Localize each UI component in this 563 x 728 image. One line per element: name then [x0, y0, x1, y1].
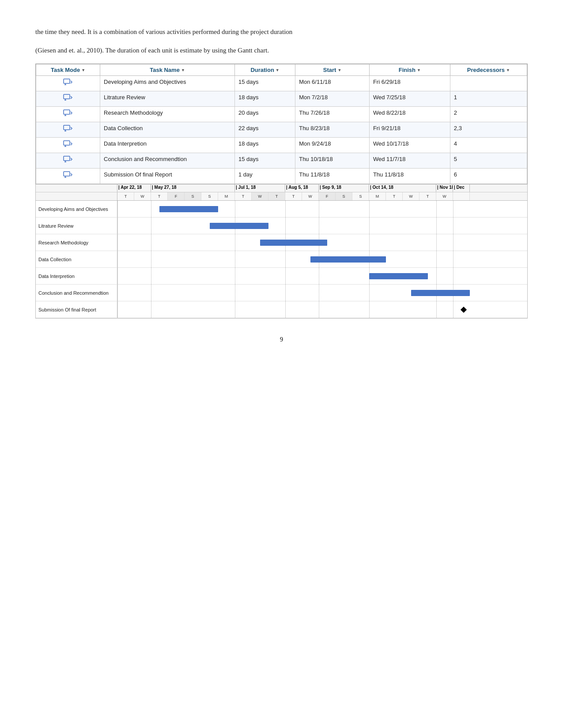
duration-cell: 20 days [234, 107, 295, 122]
gantt-day-cell: W [302, 192, 319, 200]
gantt-label-spacer [36, 184, 117, 192]
table-row: Data Interpretion 18 days Mon 9/24/18 We… [36, 138, 527, 153]
task-mode-dropdown-icon[interactable]: ▼ [81, 68, 85, 72]
gantt-vline [235, 268, 235, 284]
gantt-month-cell: | Jul 1, 18 [235, 184, 285, 192]
gantt-day-cell: S [352, 192, 369, 200]
duration-cell: 15 days [234, 76, 295, 91]
gantt-row: Conclusion and Recommendtion [36, 285, 527, 301]
intro-paragraph-2: (Giesen and et. al., 2010). The duration… [35, 45, 528, 56]
gantt-bar [260, 240, 327, 246]
gantt-bar-area [117, 201, 527, 217]
table-row: Developing Aims and Objectives 15 days M… [36, 76, 527, 91]
gantt-months-cells: | Apr 22, 18| May 27, 18| Jul 1, 18| Aug… [117, 184, 527, 192]
pred-dropdown-icon[interactable]: ▼ [506, 68, 510, 72]
gantt-day-cell: F [168, 192, 185, 200]
gantt-bar [210, 223, 268, 229]
gantt-day-cell [453, 192, 470, 200]
gantt-day-cell: T [268, 192, 285, 200]
gantt-bar-area [117, 234, 527, 251]
gantt-rows-area: Developing Aims and ObjectivesLitrature … [36, 201, 527, 318]
gantt-vline [151, 234, 151, 251]
start-dropdown-icon[interactable]: ▼ [337, 68, 341, 72]
gantt-vline [369, 234, 370, 251]
gantt-day-cell: M [369, 192, 386, 200]
th-predecessors[interactable]: Predecessors ▼ [450, 64, 527, 76]
gantt-vline [285, 301, 286, 318]
gantt-vline [151, 285, 151, 301]
gantt-vline [151, 201, 151, 217]
duration-cell: 15 days [234, 153, 295, 169]
task-name-cell: Litrature Review [100, 91, 235, 107]
gantt-day-cell: T [117, 192, 134, 200]
finish-dropdown-icon[interactable]: ▼ [417, 68, 421, 72]
gantt-vline [436, 268, 437, 284]
task-mode-cell [36, 91, 100, 107]
gantt-bar-area [117, 268, 527, 284]
gantt-vline [117, 201, 118, 217]
task-mode-cell [36, 169, 100, 184]
task-name-dropdown-icon[interactable]: ▼ [181, 68, 185, 72]
th-finish[interactable]: Finish ▼ [369, 64, 450, 76]
start-cell: Mon 9/24/18 [295, 138, 370, 153]
intro-paragraph-1: the time they need. It is a combination … [35, 26, 528, 37]
th-task-name[interactable]: Task Name ▼ [100, 64, 235, 76]
gantt-vline [453, 301, 453, 318]
task-name-cell: Research Methodology [100, 107, 235, 122]
duration-cell: 22 days [234, 122, 295, 138]
gantt-vline [453, 218, 453, 234]
gantt-vline [117, 218, 118, 234]
start-cell: Mon 6/11/18 [295, 76, 370, 91]
gantt-row-label: Litrature Review [36, 218, 117, 234]
gantt-day-cell: M [218, 192, 235, 200]
predecessors-cell: 2,3 [450, 122, 527, 138]
svg-rect-0 [64, 79, 70, 83]
gantt-day-cell: W [403, 192, 419, 200]
finish-cell: Fri 9/21/18 [369, 122, 450, 138]
gantt-row: Data Interpretion [36, 268, 527, 285]
gantt-vline [285, 285, 286, 301]
gantt-table: Task Mode ▼ Task Name ▼ Duration ▼ [36, 64, 527, 184]
gantt-days-cells: TWTFSSMTWTTWFSSMTWTW [117, 192, 527, 200]
gantt-bar [369, 273, 428, 279]
intro-text-2: (Giesen and et. al., 2010). The duration… [35, 47, 269, 54]
gantt-milestone [461, 306, 467, 312]
table-row: Litrature Review 18 days Mon 7/2/18 Wed … [36, 91, 527, 107]
task-mode-cell [36, 138, 100, 153]
gantt-vline [369, 201, 370, 217]
gantt-row-label: Developing Aims and Objectives [36, 201, 117, 217]
gantt-vline [285, 201, 286, 217]
table-header-row: Task Mode ▼ Task Name ▼ Duration ▼ [36, 64, 527, 76]
gantt-month-cell: | Apr 22, 18 [117, 184, 151, 192]
task-mode-icon [63, 140, 73, 150]
duration-dropdown-icon[interactable]: ▼ [276, 68, 280, 72]
task-mode-icon [63, 171, 73, 181]
finish-cell: Wed 8/22/18 [369, 107, 450, 122]
gantt-vline [319, 201, 319, 217]
gantt-vline [369, 301, 370, 318]
gantt-day-cell: T [151, 192, 168, 200]
gantt-row: Data Collection [36, 251, 527, 268]
task-name-cell: Data Interpretion [100, 138, 235, 153]
gantt-vline [235, 285, 235, 301]
gantt-vline [117, 285, 118, 301]
predecessors-cell: 5 [450, 153, 527, 169]
svg-rect-18 [64, 172, 70, 176]
task-name-cell: Data Collection [100, 122, 235, 138]
gantt-bar-area [117, 285, 527, 301]
gantt-chart-section: | Apr 22, 18| May 27, 18| Jul 1, 18| Aug… [35, 184, 528, 319]
th-task-mode[interactable]: Task Mode ▼ [36, 64, 100, 76]
gantt-row: Litrature Review [36, 218, 527, 234]
gantt-timeline-header: | Apr 22, 18| May 27, 18| Jul 1, 18| Aug… [36, 184, 527, 201]
finish-cell: Wed 7/25/18 [369, 91, 450, 107]
gantt-vline [436, 218, 437, 234]
gantt-vline [285, 268, 286, 284]
th-duration[interactable]: Duration ▼ [234, 64, 295, 76]
gantt-vline [319, 218, 319, 234]
th-start[interactable]: Start ▼ [295, 64, 370, 76]
gantt-day-cell: T [285, 192, 302, 200]
gantt-bar-area [117, 251, 527, 267]
finish-cell: Wed 10/17/18 [369, 138, 450, 153]
gantt-vline [285, 218, 286, 234]
gantt-row-label: Data Collection [36, 251, 117, 267]
